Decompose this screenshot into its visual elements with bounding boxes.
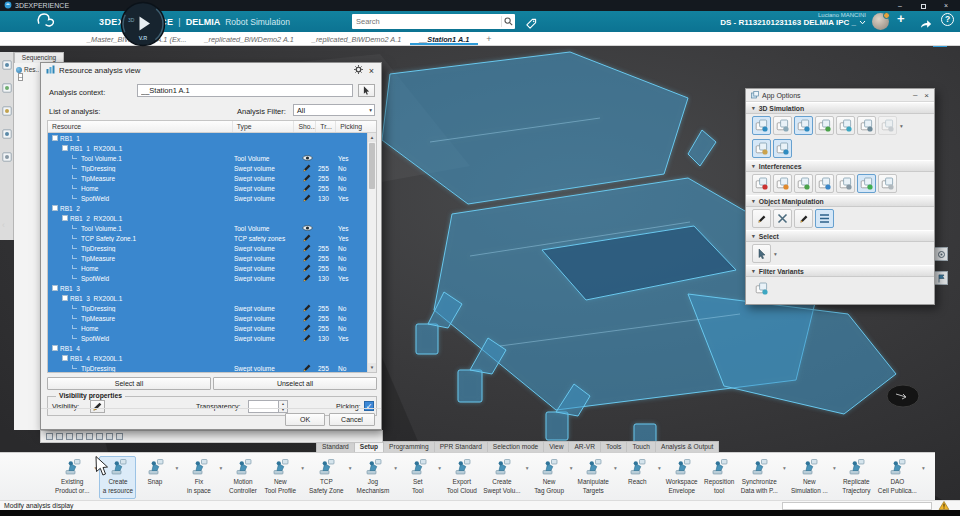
- visibility-pencil-button[interactable]: [90, 400, 105, 413]
- section-collapse-icon[interactable]: ▾: [752, 105, 755, 111]
- table-row[interactable]: Tool Volume.1Tool VolumeYes: [48, 153, 369, 163]
- tree-node-checkbox[interactable]: [52, 205, 58, 211]
- export-tool-cloud-button[interactable]: ExportTool Cloud: [443, 456, 480, 499]
- 3d-compass[interactable]: V.R 3D: [120, 1, 166, 51]
- collapse-left-toolbar-icon[interactable]: ‹: [2, 220, 5, 230]
- table-scrollbar[interactable]: ▲ ▼: [367, 133, 376, 372]
- new-simulation-button[interactable]: NewSimulation ...: [788, 456, 831, 499]
- interference-review-icon[interactable]: [836, 174, 855, 193]
- left-toolbar-icon-4[interactable]: [2, 125, 12, 143]
- tree-expander-icon[interactable]: –: [18, 73, 23, 81]
- new-tag-group-button[interactable]: NewTag Group: [531, 456, 568, 499]
- tab-standard[interactable]: Standard: [317, 442, 355, 452]
- visibility-pencil-icon[interactable]: [296, 334, 318, 342]
- scroll-up-icon[interactable]: ▲: [368, 133, 376, 142]
- simulation-options-icon[interactable]: [773, 139, 792, 158]
- panel-close-button[interactable]: ×: [920, 91, 929, 100]
- schedule-simulation-icon[interactable]: [794, 116, 813, 135]
- table-row[interactable]: HomeSwept volume255No: [48, 183, 369, 193]
- tab-ar-vr[interactable]: AR-VR: [569, 442, 601, 452]
- table-row[interactable]: RB1_2: [48, 203, 369, 213]
- visibility-pencil-icon[interactable]: [296, 234, 318, 242]
- tab-selection-mode[interactable]: Selection mode: [488, 442, 544, 452]
- section-collapse-icon[interactable]: ▾: [752, 268, 755, 274]
- analysis-check-icon[interactable]: [878, 116, 897, 135]
- dropdown-caret-icon[interactable]: ▾: [524, 465, 531, 471]
- visibility-pencil-icon[interactable]: [296, 324, 318, 332]
- tree-node-checkbox[interactable]: [62, 145, 68, 151]
- jog-mechanism-button[interactable]: JogMechanism: [354, 456, 393, 499]
- panel-minimize-button[interactable]: –: [913, 90, 917, 100]
- visibility-pencil-icon[interactable]: [296, 274, 318, 282]
- interference-settings-icon[interactable]: [878, 174, 897, 193]
- table-row[interactable]: TipDressingSwept volume255No: [48, 363, 369, 372]
- chevron-down-icon[interactable]: [859, 19, 866, 28]
- help-button[interactable]: ?: [941, 13, 954, 26]
- contact-icon[interactable]: [773, 174, 792, 193]
- table-row[interactable]: TCP Safety Zone.1TCP safety zonesYes: [48, 233, 369, 243]
- mini-toolbar-icon-1[interactable]: [46, 433, 53, 440]
- dropdown-caret-icon[interactable]: ▾: [774, 251, 777, 257]
- clash-icon[interactable]: [752, 174, 771, 193]
- transparency-spinner[interactable]: ▴▾: [248, 400, 288, 413]
- select-cursor-icon[interactable]: [752, 244, 771, 263]
- create-swept-volume-button[interactable]: CreateSwept Volu...: [480, 456, 523, 499]
- dropdown-caret-icon[interactable]: ▾: [436, 465, 443, 471]
- validation-checklist-icon[interactable]: [815, 116, 834, 135]
- power-input-field[interactable]: [782, 502, 932, 510]
- measure-item-icon[interactable]: [815, 209, 834, 228]
- table-row[interactable]: RB1_2_RX200L.1: [48, 213, 369, 223]
- table-row[interactable]: TipMeasureSwept volume255No: [48, 313, 369, 323]
- table-row[interactable]: TipDressingSwept volume255No: [48, 303, 369, 313]
- left-toolbar-icon-3[interactable]: [2, 102, 12, 120]
- dialog-close-button[interactable]: ×: [367, 66, 376, 76]
- document-tab-4[interactable]: __Station1 A.1: [410, 32, 478, 45]
- transparency-input[interactable]: [248, 400, 279, 413]
- add-content-button[interactable]: +: [897, 11, 905, 26]
- avatar[interactable]: [872, 13, 889, 30]
- clearance-icon[interactable]: [794, 174, 813, 193]
- section-collapse-icon[interactable]: ▾: [752, 198, 755, 204]
- visibility-pencil-icon[interactable]: [296, 164, 318, 172]
- visibility-pencil-icon[interactable]: [296, 304, 318, 312]
- tree-node-checkbox[interactable]: [52, 345, 58, 351]
- reset-initial-state-icon[interactable]: [752, 139, 771, 158]
- dropdown-caret-icon[interactable]: ▾: [612, 465, 619, 471]
- visibility-eye-icon[interactable]: [296, 224, 318, 232]
- new-tool-profile-button[interactable]: NewTool Profile: [261, 456, 299, 499]
- section-header-filter-variants[interactable]: ▾Filter Variants: [746, 265, 934, 277]
- tag-icon[interactable]: [525, 16, 537, 34]
- dropdown-caret-icon[interactable]: ▾: [781, 465, 788, 471]
- reposition-tool-button[interactable]: Repositiontool: [701, 456, 738, 499]
- table-row[interactable]: SpotWeldSwept volume130Yes: [48, 333, 369, 343]
- section-header-interferences[interactable]: ▾Interferences: [746, 160, 934, 172]
- fix-in-space-button[interactable]: Fixin space: [180, 456, 217, 499]
- dropdown-caret-icon[interactable]: ▾: [347, 465, 354, 471]
- tree-node-checkbox[interactable]: [62, 215, 68, 221]
- mini-toolbar-icon-6[interactable]: [96, 433, 103, 440]
- tenant-label[interactable]: DS - R1132101231163 DELMIA IPC _: [720, 19, 856, 28]
- table-row[interactable]: Tool Volume.1Tool VolumeYes: [48, 223, 369, 233]
- synchronize-data-button[interactable]: SynchronizeData with P...: [738, 456, 781, 499]
- dropdown-caret-icon[interactable]: ▾: [831, 465, 838, 471]
- jog-manipulation-icon[interactable]: [752, 209, 771, 228]
- table-row[interactable]: RB1_4: [48, 343, 369, 353]
- visibility-pencil-icon[interactable]: [296, 174, 318, 182]
- update-simulation-icon[interactable]: [836, 116, 855, 135]
- section-header-select[interactable]: ▾Select: [746, 230, 934, 242]
- analysis-filter-select[interactable]: All ▾: [293, 104, 375, 116]
- table-row[interactable]: RB1_3_RX200L.1: [48, 293, 369, 303]
- tab-setup[interactable]: Setup: [355, 442, 384, 452]
- column-type[interactable]: Type: [233, 121, 295, 132]
- kinematics-cut-icon[interactable]: [773, 209, 792, 228]
- table-row[interactable]: TipDressingSwept volume255No: [48, 163, 369, 173]
- tab-ppr-standard[interactable]: PPR Standard: [435, 442, 488, 452]
- table-header-row[interactable]: Resource Type Sho... Tr... Picking: [48, 121, 376, 133]
- dropdown-caret-icon[interactable]: ▾: [900, 123, 903, 129]
- interference-simulation-icon[interactable]: [815, 174, 834, 193]
- visibility-pencil-icon[interactable]: [296, 184, 318, 192]
- simulation-report-icon[interactable]: [857, 116, 876, 135]
- tree-node-checkbox[interactable]: [52, 135, 58, 141]
- cancel-button[interactable]: Cancel: [329, 413, 375, 426]
- left-toolbar-icon-5[interactable]: [2, 148, 12, 166]
